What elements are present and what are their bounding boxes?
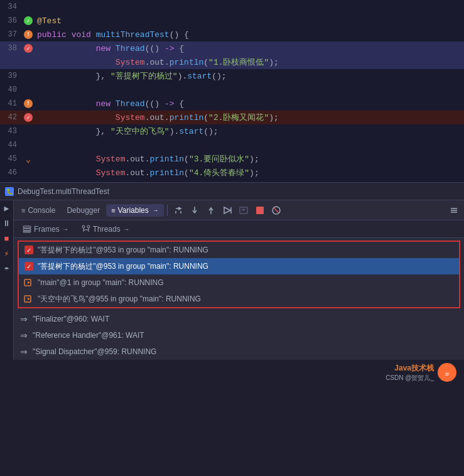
debug-title-bar: 🐛 DebugTest.multiThreadTest xyxy=(0,183,464,200)
thread-list-container: ✓ "菩提树下的杨过"@953 in group "main": RUNNING… xyxy=(14,238,464,360)
breakpoint-icon[interactable]: ✓ xyxy=(24,16,33,25)
frames-label: Frames xyxy=(34,225,60,234)
threads-icon xyxy=(82,225,90,234)
watermark-bar: Java技术栈 CSDN @贺贺儿_ ☕ xyxy=(0,360,464,385)
build-icon[interactable]: ⚡ xyxy=(1,248,13,259)
code-line-41: 41 ! new Thread(() -> { xyxy=(0,97,464,111)
watermark: Java技术栈 CSDN @贺贺儿_ xyxy=(386,363,434,382)
threads-subtab[interactable]: Threads → xyxy=(77,224,135,235)
debug-side-panel: ▶ ⏸ ■ ⚡ ☂ xyxy=(0,200,14,360)
code-line-38: 38 ✓ new Thread(() -> { xyxy=(0,41,464,55)
debug-body: ▶ ⏸ ■ ⚡ ☂ ≡ Console Debugger ≡ Variables xyxy=(0,200,464,360)
code-line-43: 43 }, "天空中的飞鸟").start(); xyxy=(0,124,464,138)
svg-text:✓: ✓ xyxy=(26,247,31,254)
thread-status-icon-5: ⇒ xyxy=(19,314,29,324)
debug-subtabs: Frames → Threads → xyxy=(14,220,464,238)
variables-arrow-icon: → xyxy=(153,207,159,214)
tab-console[interactable]: ≡ Console xyxy=(16,204,60,217)
thread-name-4: "天空中的飞鸟"@955 in group "main": RUNNING xyxy=(38,294,454,305)
svg-point-18 xyxy=(87,225,90,228)
code-line-38b: System.out.println("1.卧枝商恨低"); xyxy=(0,55,464,69)
frames-subtab[interactable]: Frames → xyxy=(18,224,74,235)
thread-name-2: "菩提树下的杨过"@953 in group "main": RUNNING xyxy=(38,261,454,272)
code-line-37: 37 ! public void multiThreadTest() { xyxy=(0,28,464,41)
pause-icon[interactable]: ⏸ xyxy=(1,218,13,229)
thread-item-3[interactable]: "main"@1 in group "main": RUNNING xyxy=(19,274,459,291)
thread-status-icon-7: ⇒ xyxy=(19,347,29,357)
thread-item-4[interactable]: "天空中的飞鸟"@955 in group "main": RUNNING xyxy=(19,291,459,307)
thread-item-1[interactable]: ✓ "菩提树下的杨过"@953 in group "main": RUNNING xyxy=(19,242,459,258)
svg-text:✓: ✓ xyxy=(26,263,31,270)
svg-point-17 xyxy=(82,225,85,228)
thread-status-icon-4 xyxy=(24,294,34,304)
step-out-btn[interactable] xyxy=(203,203,219,218)
thread-status-icon-2: ✓ xyxy=(24,261,34,271)
variables-tab-icon: ≡ xyxy=(111,207,115,214)
stop-icon[interactable]: ■ xyxy=(1,233,13,244)
breakpoint-icon[interactable]: ✓ xyxy=(24,44,33,53)
watermark-logo: ☕ xyxy=(438,363,456,382)
code-line-40: 40 xyxy=(0,83,464,97)
threads-label: Threads xyxy=(93,225,121,234)
code-editor: 34 36 ✓ @Test 37 ! public void multiThre… xyxy=(0,0,464,182)
coverage-icon[interactable]: ☂ xyxy=(1,263,13,274)
step-into-btn[interactable] xyxy=(187,203,202,218)
resume-icon[interactable]: ▶ xyxy=(1,203,13,214)
code-line-44: 44 xyxy=(0,138,464,152)
debugger-tab-label: Debugger xyxy=(67,206,100,215)
tab-debugger[interactable]: Debugger xyxy=(62,204,105,217)
console-tab-icon: ≡ xyxy=(21,207,25,214)
thread-name-6: "Reference Handler"@961: WAIT xyxy=(33,331,459,340)
thread-name-1: "菩提树下的杨过"@953 in group "main": RUNNING xyxy=(38,245,454,256)
thread-status-icon-3 xyxy=(24,278,34,288)
thread-item-7[interactable]: ⇒ "Signal Dispatcher"@959: RUNNING xyxy=(14,343,464,360)
debug-toolbar: ≡ Console Debugger ≡ Variables → xyxy=(14,200,464,220)
thread-status-icon-1: ✓ xyxy=(24,245,34,255)
svg-rect-15 xyxy=(23,229,31,230)
svg-rect-14 xyxy=(23,226,31,228)
tab-variables[interactable]: ≡ Variables → xyxy=(106,204,164,217)
thread-name-5: "Finalizer"@960: WAIT xyxy=(33,315,459,323)
step-over-btn[interactable] xyxy=(171,203,186,218)
thread-name-3: "main"@1 in group "main": RUNNING xyxy=(38,278,454,287)
variables-tab-label: Variables xyxy=(118,206,149,215)
console-tab-label: Console xyxy=(28,206,55,215)
mute-breakpoints-btn[interactable] xyxy=(269,203,284,218)
thread-item-6[interactable]: ⇒ "Reference Handler"@961: WAIT xyxy=(14,327,464,343)
debug-panel: 🐛 DebugTest.multiThreadTest ▶ ⏸ ■ ⚡ ☂ ≡ … xyxy=(0,182,464,385)
watermark-text2: CSDN @贺贺儿_ xyxy=(386,374,434,382)
stop-threads-btn[interactable] xyxy=(252,203,267,218)
thread-status-icon-6: ⇒ xyxy=(19,330,29,340)
code-line-36: 36 ✓ @Test xyxy=(0,14,464,28)
svg-rect-16 xyxy=(23,231,31,232)
debug-icon: 🐛 xyxy=(5,187,14,196)
breakpoint-icon[interactable]: ! xyxy=(24,30,33,39)
thread-name-7: "Signal Dispatcher"@959: RUNNING xyxy=(33,347,459,356)
frames-icon xyxy=(23,225,31,234)
code-line-39: 39 }, "菩提树下的杨过").start(); xyxy=(0,69,464,83)
code-line-42: 42 ✓ System.out.println("2.卧梅又闻花"); xyxy=(0,111,464,124)
code-line-46: 46 System.out.println("4.倚头答春绿"); xyxy=(0,166,464,180)
thread-item-2[interactable]: ✓ "菩提树下的杨过"@953 in group "main": RUNNING xyxy=(19,258,459,274)
breakpoint-icon[interactable]: ✓ xyxy=(24,113,33,122)
svg-line-10 xyxy=(274,208,279,213)
breakpoint-icon[interactable]: ⌄ xyxy=(26,154,31,165)
code-line-47: 47 } xyxy=(0,180,464,182)
svg-rect-8 xyxy=(256,207,264,214)
threads-arrow: → xyxy=(123,225,130,233)
breakpoint-icon[interactable]: ! xyxy=(24,99,33,108)
run-to-cursor-btn[interactable] xyxy=(220,203,235,218)
code-line-34: 34 xyxy=(0,0,464,14)
settings-btn[interactable] xyxy=(446,203,461,218)
code-line-45: 45 ⌄ System.out.println("3.要问卧似水"); xyxy=(0,152,464,166)
frames-arrow: → xyxy=(62,225,69,233)
toolbar-separator-1 xyxy=(167,205,168,216)
debug-main: ≡ Console Debugger ≡ Variables → xyxy=(14,200,464,360)
watermark-text1: Java技术栈 xyxy=(394,363,434,374)
evaluate-btn[interactable] xyxy=(236,203,251,218)
debug-session-name: DebugTest.multiThreadTest xyxy=(18,187,109,196)
thread-item-5[interactable]: ⇒ "Finalizer"@960: WAIT xyxy=(14,311,464,327)
highlighted-threads-box: ✓ "菩提树下的杨过"@953 in group "main": RUNNING… xyxy=(18,241,460,308)
